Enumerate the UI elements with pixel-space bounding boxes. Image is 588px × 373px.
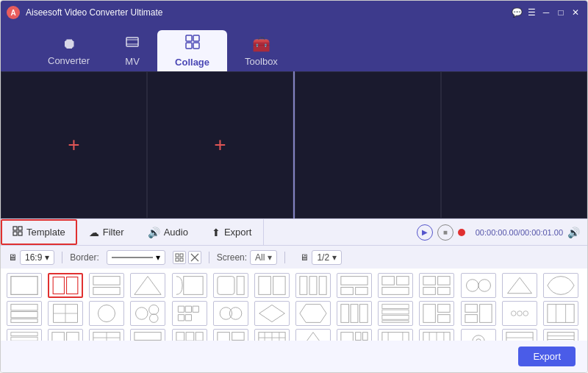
template-item-11[interactable] bbox=[419, 273, 454, 298]
tool-tab-template[interactable]: Template bbox=[1, 219, 77, 245]
border-line bbox=[112, 257, 153, 258]
template-item-39[interactable] bbox=[419, 329, 454, 341]
tool-tab-export[interactable]: ⬆ Export bbox=[200, 219, 264, 245]
template-item-41[interactable] bbox=[502, 329, 537, 341]
filter-cloud-icon: ☁ bbox=[89, 227, 99, 238]
template-item-18[interactable] bbox=[130, 301, 165, 326]
template-item-14[interactable] bbox=[543, 273, 578, 298]
template-item-24[interactable] bbox=[378, 301, 413, 326]
preview-panel-1[interactable]: + bbox=[1, 71, 147, 219]
svg-rect-107 bbox=[363, 333, 368, 341]
border-label: Border: bbox=[70, 252, 98, 263]
svg-rect-33 bbox=[397, 277, 409, 285]
footer-row: Export bbox=[1, 341, 587, 372]
svg-rect-60 bbox=[382, 315, 409, 319]
grid-icon-1[interactable] bbox=[173, 251, 186, 264]
template-item-22[interactable] bbox=[295, 301, 331, 326]
volume-icon[interactable]: 🔊 bbox=[567, 227, 580, 238]
svg-rect-23 bbox=[237, 277, 244, 295]
tab-collage[interactable]: Collage bbox=[157, 30, 227, 71]
svg-rect-58 bbox=[382, 305, 409, 309]
svg-rect-29 bbox=[341, 277, 368, 285]
tab-toolbox[interactable]: 🧰 Toolbox bbox=[227, 30, 295, 71]
template-item-5[interactable] bbox=[172, 273, 207, 298]
template-item-25[interactable] bbox=[419, 301, 454, 326]
tab-converter[interactable]: ⏺ Converter bbox=[30, 30, 107, 71]
template-item-2[interactable] bbox=[48, 273, 83, 298]
svg-rect-92 bbox=[186, 333, 194, 341]
app-title: Aiseesoft Video Converter Ultimate bbox=[26, 7, 163, 18]
play-button[interactable]: ▶ bbox=[417, 224, 433, 241]
preview-panels: + + bbox=[1, 71, 295, 219]
template-item-20[interactable] bbox=[213, 301, 248, 326]
template-item-31[interactable] bbox=[89, 329, 124, 341]
template-item-37[interactable] bbox=[337, 329, 372, 341]
svg-rect-25 bbox=[273, 277, 284, 295]
grid-icon-2[interactable] bbox=[188, 251, 201, 264]
close-button[interactable]: ✕ bbox=[570, 7, 581, 18]
template-item-17[interactable] bbox=[89, 301, 124, 326]
tab-collage-label: Collage bbox=[175, 57, 209, 68]
template-item-15[interactable] bbox=[7, 301, 42, 326]
template-grid bbox=[1, 269, 587, 341]
monitor-small-icon: 🖥 bbox=[300, 252, 309, 263]
template-item-38[interactable] bbox=[378, 329, 413, 341]
tab-mv[interactable]: MV bbox=[107, 30, 157, 71]
template-item-9[interactable] bbox=[337, 273, 372, 298]
template-item-29[interactable] bbox=[7, 329, 42, 341]
svg-rect-24 bbox=[259, 277, 270, 295]
template-item-6[interactable] bbox=[213, 273, 248, 298]
template-item-36[interactable] bbox=[295, 329, 331, 341]
tool-tab-audio[interactable]: 🔊 Audio bbox=[136, 219, 200, 245]
page-indicator[interactable]: 1/2 ▾ bbox=[312, 250, 342, 265]
template-item-4[interactable] bbox=[130, 273, 165, 298]
aspect-ratio-select[interactable]: 16:9 ▾ bbox=[20, 250, 54, 265]
menu-icon[interactable]: ☰ bbox=[526, 7, 537, 18]
preview-panel-2[interactable]: + bbox=[147, 71, 293, 219]
template-item-42[interactable] bbox=[543, 329, 578, 341]
template-item-30[interactable] bbox=[48, 329, 83, 341]
export-button[interactable]: Export bbox=[518, 347, 576, 366]
template-item-19[interactable] bbox=[172, 301, 207, 326]
template-item-12[interactable] bbox=[461, 273, 496, 298]
tab-mv-label: MV bbox=[125, 56, 140, 67]
preview-panel-4[interactable] bbox=[441, 71, 587, 219]
template-item-7[interactable] bbox=[254, 273, 290, 298]
template-item-33[interactable] bbox=[172, 329, 207, 341]
page-indicator-container: 🖥 1/2 ▾ bbox=[300, 250, 342, 265]
preview-panel-3[interactable] bbox=[295, 71, 441, 219]
template-item-8[interactable] bbox=[295, 273, 331, 298]
page-indicator-value: 1/2 bbox=[317, 252, 329, 263]
border-slider[interactable]: ▾ bbox=[107, 250, 165, 265]
template-item-21[interactable] bbox=[254, 301, 290, 326]
template-item-13[interactable] bbox=[502, 273, 537, 298]
toolbox-icon: 🧰 bbox=[252, 35, 270, 53]
template-item-32[interactable] bbox=[130, 329, 165, 341]
template-item-1[interactable] bbox=[7, 273, 42, 298]
template-item-34[interactable] bbox=[213, 329, 248, 341]
minimize-button[interactable]: ─ bbox=[540, 7, 552, 18]
template-item-28[interactable] bbox=[543, 301, 578, 326]
template-item-10[interactable] bbox=[378, 273, 413, 298]
svg-rect-79 bbox=[67, 333, 79, 341]
stop-button[interactable]: ■ bbox=[437, 224, 453, 241]
aspect-ratio-value: 16:9 bbox=[25, 252, 42, 263]
svg-rect-78 bbox=[52, 333, 64, 341]
maximize-button[interactable]: □ bbox=[555, 7, 567, 18]
svg-point-48 bbox=[98, 305, 115, 322]
template-item-27[interactable] bbox=[502, 301, 537, 326]
template-item-40[interactable] bbox=[461, 329, 496, 341]
svg-rect-5 bbox=[13, 227, 17, 230]
svg-rect-26 bbox=[300, 277, 307, 295]
template-item-23[interactable] bbox=[337, 301, 372, 326]
template-item-26[interactable] bbox=[461, 301, 496, 326]
svg-rect-2 bbox=[193, 35, 199, 41]
app-window: A Aiseesoft Video Converter Ultimate 💬 ☰… bbox=[0, 0, 588, 373]
tool-tab-filter[interactable]: ☁ Filter bbox=[77, 219, 136, 245]
divider-2 bbox=[209, 252, 209, 263]
template-item-16[interactable] bbox=[48, 301, 83, 326]
template-item-3[interactable] bbox=[89, 273, 124, 298]
chat-icon[interactable]: 💬 bbox=[511, 7, 523, 18]
template-item-35[interactable] bbox=[254, 329, 290, 341]
screen-select[interactable]: All ▾ bbox=[250, 250, 277, 265]
